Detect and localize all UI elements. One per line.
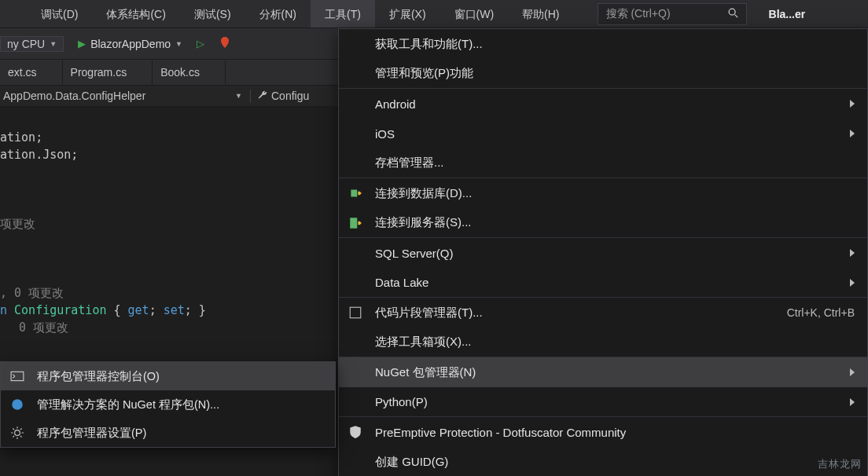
code-annotation: 0 项更改 <box>0 320 68 335</box>
svg-line-1 <box>734 15 737 18</box>
search-icon <box>727 7 738 20</box>
menu-window[interactable]: 窗口(W) <box>440 0 509 27</box>
shield-icon <box>348 425 362 439</box>
menu-analyze[interactable]: 分析(N) <box>245 0 311 27</box>
menuitem-nuget[interactable]: NuGet 包管理器(N) <box>339 357 867 387</box>
menu-help[interactable]: 帮助(H) <box>508 0 573 27</box>
chevron-down-icon: ▼ <box>50 40 57 48</box>
start-label: BlazorAppDemo <box>90 38 171 50</box>
watermark: 吉林龙网 <box>818 457 862 471</box>
menuitem-label: 代码片段管理器(T)... <box>375 306 483 320</box>
tab-file-1[interactable]: Program.cs <box>63 60 153 84</box>
menuitem-sql-server[interactable]: SQL Server(Q) <box>339 238 867 268</box>
code-annotation: , 0 项更改 <box>0 286 64 300</box>
menuitem-ios[interactable]: iOS <box>339 119 867 148</box>
platform-dropdown[interactable]: ny CPU ▼ <box>0 36 64 52</box>
menuitem-label: Android <box>375 97 416 111</box>
database-icon <box>348 186 362 200</box>
tab-file-2[interactable]: Book.cs <box>153 60 226 84</box>
svg-point-5 <box>12 399 23 410</box>
hot-reload-icon[interactable] <box>219 36 231 51</box>
server-icon <box>348 216 362 230</box>
project-tab[interactable]: Bla...er <box>758 1 817 27</box>
package-icon <box>10 397 24 412</box>
svg-rect-3 <box>350 307 361 318</box>
code-kw: n <box>0 303 14 317</box>
menuitem-connect-db[interactable]: 连接到数据库(D)... <box>339 178 867 208</box>
menuitem-label: 获取工具和功能(T)... <box>375 37 483 52</box>
play-no-debug-icon[interactable]: ▷ <box>197 38 204 49</box>
code-line: ation.Json; <box>0 148 78 162</box>
chevron-down-icon: ▼ <box>175 40 182 48</box>
menuitem-android[interactable]: Android <box>339 89 867 119</box>
menuitem-label: 创建 GUID(G) <box>375 455 448 470</box>
wrench-icon <box>257 90 268 103</box>
menuitem-code-snippets[interactable]: 代码片段管理器(T)...Ctrl+K, Ctrl+B <box>339 298 867 328</box>
submenu-manage-nuget[interactable]: 管理解决方案的 NuGet 程序包(N)... <box>1 390 335 419</box>
menuitem-choose-toolbox[interactable]: 选择工具箱项(X)... <box>339 328 867 357</box>
code-type: Configuration <box>14 303 106 317</box>
gear-icon <box>10 426 24 440</box>
menuitem-label: PreEmptive Protection - Dotfuscator Comm… <box>375 426 626 439</box>
submenu-arrow-icon <box>850 100 855 108</box>
submenu-arrow-icon <box>850 130 855 137</box>
menuitem-data-lake[interactable]: Data Lake <box>339 268 867 298</box>
submenu-pm-settings[interactable]: 程序包管理器设置(P) <box>1 419 335 447</box>
code-annotation: 项更改 <box>0 217 35 231</box>
code-line: ation; <box>0 130 42 145</box>
menuitem-create-guid[interactable]: 创建 GUID(G) <box>339 447 867 476</box>
submenu-arrow-icon <box>850 249 855 257</box>
menuitem-connect-server[interactable]: 连接到服务器(S)... <box>339 208 867 238</box>
submenu-arrow-icon <box>850 398 855 406</box>
snippet-icon <box>348 306 362 320</box>
code-kw: set <box>164 303 185 317</box>
menuitem-label: SQL Server(Q) <box>375 247 453 260</box>
menu-extensions[interactable]: 扩展(X) <box>375 0 440 27</box>
submenu-arrow-icon <box>850 368 855 376</box>
menu-architecture[interactable]: 体系结构(C) <box>92 0 179 27</box>
menuitem-label: 管理解决方案的 NuGet 程序包(N)... <box>37 397 219 412</box>
menuitem-label: 连接到服务器(S)... <box>375 215 472 230</box>
class-dropdown[interactable]: AppDemo.Data.ConfigHelper ▼ <box>0 90 250 102</box>
console-icon <box>10 369 24 383</box>
submenu-arrow-icon <box>850 279 855 287</box>
code-text: { <box>106 303 127 317</box>
member-label: Configu <box>271 90 309 102</box>
menu-debug[interactable]: 调试(D) <box>27 0 92 27</box>
nuget-submenu: 程序包管理器控制台(O) 管理解决方案的 NuGet 程序包(N)... 程序包… <box>0 361 336 448</box>
menuitem-label: Python(P) <box>375 395 428 408</box>
platform-label: ny CPU <box>7 38 45 50</box>
svg-rect-2 <box>350 218 357 229</box>
menuitem-label: 管理和预览(P)功能 <box>375 66 473 81</box>
menuitem-get-tools[interactable]: 获取工具和功能(T)... <box>339 29 867 59</box>
menuitem-dotfuscator[interactable]: PreEmptive Protection - Dotfuscator Comm… <box>339 417 867 447</box>
svg-point-0 <box>729 9 735 15</box>
search-input[interactable]: 搜索 (Ctrl+Q) <box>598 3 747 25</box>
code-kw: get <box>128 303 149 317</box>
menuitem-label: NuGet 包管理器(N) <box>375 365 476 380</box>
chevron-down-icon: ▼ <box>235 92 242 100</box>
menuitem-archive-manager[interactable]: 存档管理器... <box>339 148 867 178</box>
menuitem-preview-features[interactable]: 管理和预览(P)功能 <box>339 59 867 89</box>
tab-file-0[interactable]: ext.cs <box>0 60 63 84</box>
search-placeholder: 搜索 (Ctrl+Q) <box>606 7 671 21</box>
start-button[interactable]: ▶ BlazorAppDemo ▼ <box>78 38 182 50</box>
code-text: ; <box>149 303 164 317</box>
menu-test[interactable]: 测试(S) <box>180 0 245 27</box>
menuitem-label: 连接到数据库(D)... <box>375 186 472 201</box>
play-icon: ▶ <box>78 38 86 49</box>
menu-tools[interactable]: 工具(T) <box>311 0 375 27</box>
menuitem-label: 程序包管理器设置(P) <box>37 426 146 441</box>
menuitem-python[interactable]: Python(P) <box>339 387 867 417</box>
menuitem-shortcut: Ctrl+K, Ctrl+B <box>787 306 855 319</box>
member-dropdown[interactable]: Configu <box>250 90 317 103</box>
submenu-pm-console[interactable]: 程序包管理器控制台(O) <box>1 362 335 390</box>
menuitem-label: 程序包管理器控制台(O) <box>37 369 160 384</box>
menubar: 调试(D) 体系结构(C) 测试(S) 分析(N) 工具(T) 扩展(X) 窗口… <box>0 0 868 28</box>
code-text: ; } <box>185 303 206 317</box>
tools-menu-dropdown: 获取工具和功能(T)... 管理和预览(P)功能 Android iOS 存档管… <box>338 28 868 476</box>
svg-point-6 <box>15 430 20 436</box>
menuitem-label: 存档管理器... <box>375 156 444 170</box>
class-label: AppDemo.Data.ConfigHelper <box>3 90 145 102</box>
menuitem-label: Data Lake <box>375 276 428 289</box>
